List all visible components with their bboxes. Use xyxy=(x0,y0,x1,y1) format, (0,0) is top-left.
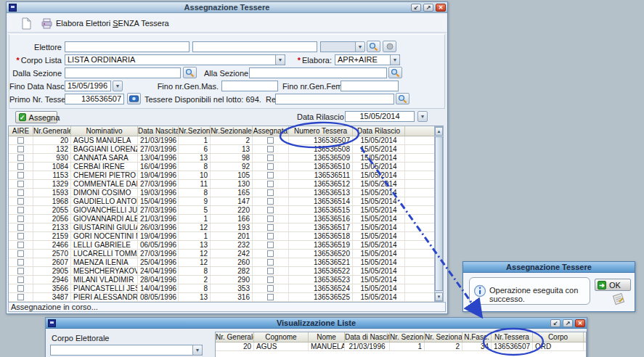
fino-data-nascita-input[interactable]: 15/05/1996 xyxy=(65,81,111,91)
elabora-elettori-button[interactable]: Elabora Elettori SENZA Tessera xyxy=(39,16,171,30)
column-header-data-di-nascita[interactable]: Data di Nascita xyxy=(345,332,390,342)
aire-checkbox[interactable] xyxy=(17,268,24,274)
fino-gen-mas-input[interactable] xyxy=(221,81,278,91)
table-row[interactable]: 3566PIANCASTELLI JESSICA14/04/1996835313… xyxy=(9,284,443,293)
column-header-nominativo[interactable]: Nominativo xyxy=(71,126,138,136)
assegnata-checkbox[interactable] xyxy=(267,181,274,187)
table-row[interactable]: 132BAGGIANI LORENZO27/03/199661313653650… xyxy=(9,145,443,154)
revisione-search-button[interactable] xyxy=(396,93,409,104)
scrollbar-thumb[interactable] xyxy=(435,136,443,291)
table-row[interactable]: 1968GAUDIELLO ANTONIO15/04/1996914713653… xyxy=(9,197,443,206)
assegnata-checkbox[interactable] xyxy=(267,172,274,178)
aire-checkbox[interactable] xyxy=(17,233,24,239)
assegnata-checkbox[interactable] xyxy=(267,224,274,231)
assegnata-checkbox[interactable] xyxy=(267,285,274,292)
assegnata-checkbox[interactable] xyxy=(267,137,274,144)
assegnata-checkbox[interactable] xyxy=(267,250,274,257)
minimize-button[interactable]: ↙ xyxy=(411,4,421,12)
assegnata-checkbox[interactable] xyxy=(267,259,274,266)
table-row[interactable]: 1329COMMENTALE DARIO27/03/19961113013653… xyxy=(9,180,443,189)
assegnata-checkbox[interactable] xyxy=(267,207,274,213)
scroll-up-button[interactable]: ▲ xyxy=(435,127,443,136)
table-row[interactable]: 2905MESHCHERYAKOV TIMU24/04/199682821365… xyxy=(9,267,443,276)
aire-checkbox[interactable] xyxy=(17,189,24,196)
vertical-scrollbar[interactable]: ▲ ▼ xyxy=(434,126,444,302)
new-document-button[interactable] xyxy=(19,16,34,30)
aire-checkbox[interactable] xyxy=(17,250,24,257)
aire-checkbox[interactable] xyxy=(17,276,24,283)
column-header-aire[interactable]: AIRE xyxy=(9,126,33,136)
aire-checkbox[interactable] xyxy=(17,207,24,213)
aire-checkbox[interactable] xyxy=(17,224,24,231)
table-row[interactable]: 20AGUS MANUELA21/03/19961213653650715/05… xyxy=(9,136,443,145)
dalla-sezione-search-button[interactable] xyxy=(183,67,197,78)
column-header-corpo[interactable]: Corpo xyxy=(533,332,584,342)
fino-data-nascita-arrow[interactable]: ▼ xyxy=(113,81,123,91)
aire-checkbox[interactable] xyxy=(17,163,24,170)
aire-checkbox[interactable] xyxy=(17,181,24,187)
liste-titlebar[interactable]: Visualizzazione Liste ↙ ↗ ✕ xyxy=(46,318,587,329)
revisione-input[interactable] xyxy=(275,94,394,104)
table-row[interactable]: 2946MILANI VLADIMIR28/04/199622901365365… xyxy=(9,276,443,284)
assegnata-checkbox[interactable] xyxy=(267,189,274,196)
elettore-combo-arrow[interactable]: ▼ xyxy=(355,41,365,52)
column-header-assegnata[interactable]: Assegnata xyxy=(253,126,289,136)
table-row[interactable]: 2055GIOVANCHELLI JUAN C27/03/19965220136… xyxy=(9,206,443,215)
assegnata-checkbox[interactable] xyxy=(267,294,274,300)
table-row[interactable]: 1153CHEMERI PIETRO19/04/1996101051365365… xyxy=(9,171,443,180)
column-header-nr-sezione[interactable]: Nr. Sezione xyxy=(390,332,425,342)
column-header-nr-generale[interactable]: Nr. Generale xyxy=(216,332,254,342)
assegnata-checkbox[interactable] xyxy=(267,268,274,274)
table-row[interactable]: 2159GORI NOCENTINI MAR19/04/199612011365… xyxy=(9,232,443,241)
table-row[interactable]: 2607MAENZA ILENIA25/04/19961226013653652… xyxy=(9,258,443,267)
column-header-nr-sezionale[interactable]: Nr.Sezionale xyxy=(211,126,253,136)
assegnata-checkbox[interactable] xyxy=(267,216,274,222)
maximize-button[interactable]: ↗ xyxy=(563,319,573,327)
aire-checkbox[interactable] xyxy=(17,146,24,152)
column-header-cognome[interactable]: Cognome xyxy=(254,332,309,342)
table-row[interactable]: 2466LELLI GABRIELE06/05/1996132321365365… xyxy=(9,241,443,250)
table-row[interactable]: 2056GIOVANNARDI ALESSA21/03/199611661365… xyxy=(9,215,443,223)
elabora-arrow[interactable]: ▼ xyxy=(390,54,400,65)
ok-button[interactable]: ➜ OK xyxy=(595,279,631,291)
primo-nr-tessera-refresh-button[interactable] xyxy=(127,93,141,104)
assegna-button[interactable]: ✓ Assegna xyxy=(15,111,57,123)
aire-checkbox[interactable] xyxy=(17,242,24,248)
elettore-cognome-input[interactable] xyxy=(65,41,189,52)
assegnata-checkbox[interactable] xyxy=(267,198,274,205)
close-button[interactable]: ✕ xyxy=(575,319,585,327)
primo-nr-tessera-input[interactable]: 136536507 xyxy=(65,94,124,104)
column-header-nr-sezione[interactable]: Nr.Sezione xyxy=(179,126,211,136)
table-row[interactable]: 930CANNATA SARA13/04/1996139813653650915… xyxy=(9,154,443,163)
corpo-lista-select[interactable]: LISTA ORDINARIA xyxy=(65,54,285,65)
main-titlebar[interactable]: Assegnazione Tessere ↙ ↗ ✕ xyxy=(7,2,447,13)
fino-gen-femm-input[interactable] xyxy=(341,81,399,91)
elettore-clear-button[interactable] xyxy=(383,41,396,52)
corpo-elettorale-arrow[interactable]: ▼ xyxy=(192,345,203,356)
aire-checkbox[interactable] xyxy=(17,216,24,222)
table-row[interactable]: 1084CERBAI IRENE16/04/199689213653651015… xyxy=(9,163,443,171)
assegnata-checkbox[interactable] xyxy=(267,155,274,161)
scroll-down-button[interactable]: ▼ xyxy=(435,292,443,301)
column-header-data-nascita[interactable]: Data Nascita xyxy=(138,126,179,136)
liste-row[interactable]: 20AGUSMANUELA21/03/19961234136536507ORD xyxy=(216,342,586,351)
corpo-elettorale-select[interactable] xyxy=(50,345,203,356)
aire-checkbox[interactable] xyxy=(17,285,24,292)
elettore-nome-input[interactable] xyxy=(192,41,317,52)
column-header-nr-tessera[interactable]: Nr.Tessera xyxy=(492,332,533,342)
assegnata-checkbox[interactable] xyxy=(267,146,274,152)
aire-checkbox[interactable] xyxy=(17,259,24,266)
table-row[interactable]: 3487PIERI ALESSANDRO08/05/19961331613653… xyxy=(9,293,443,302)
aire-checkbox[interactable] xyxy=(17,172,24,178)
dialog-titlebar[interactable]: Assegnazione Tessere xyxy=(463,262,635,273)
column-header-data-rilascio[interactable]: Data Rilascio xyxy=(353,126,405,136)
aire-checkbox[interactable] xyxy=(17,198,24,205)
assegnata-checkbox[interactable] xyxy=(267,276,274,283)
maximize-button[interactable]: ↗ xyxy=(423,4,433,12)
aire-checkbox[interactable] xyxy=(17,294,24,300)
elettore-search-button[interactable] xyxy=(367,41,380,52)
table-row[interactable]: 1593DIMONI COSIMO19/03/19968165136536513… xyxy=(9,189,443,197)
column-header-numero-tessera[interactable]: Numero Tessera xyxy=(289,126,353,136)
data-rilascio-input[interactable]: 15/05/2014 xyxy=(345,111,415,122)
close-button[interactable]: ✕ xyxy=(436,4,446,12)
